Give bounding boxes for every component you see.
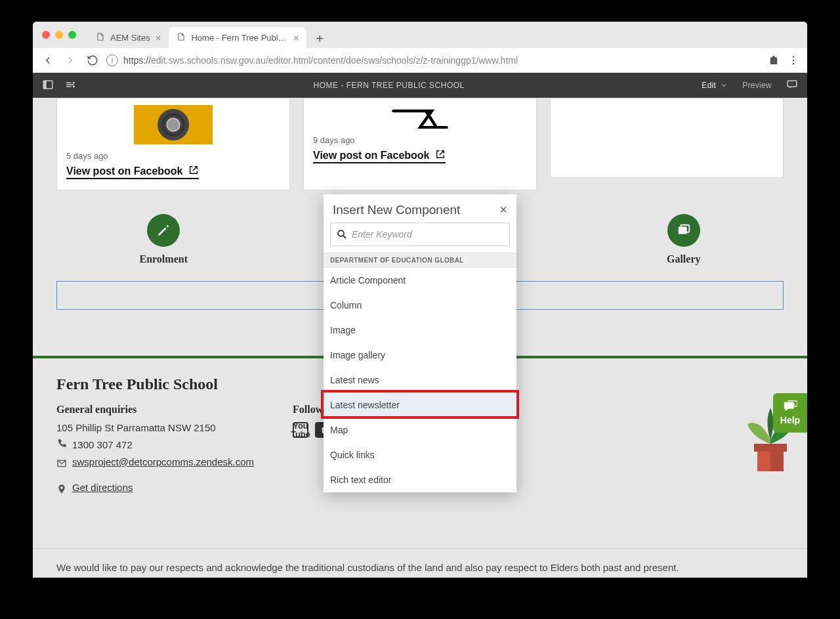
window-zoom-icon[interactable] [68, 31, 76, 39]
quicklink-label: Gallery [667, 253, 701, 265]
link-label: View post on Facebook [66, 165, 183, 177]
aem-editor-bar: HOME - FERN TREE PUBLIC SCHOOL Edit Prev… [33, 73, 807, 98]
tab-strip: AEM Sites × Home - Fern Tree Public Scho… [88, 22, 329, 48]
annotate-icon[interactable] [786, 79, 798, 93]
directions-line: Get directions [56, 482, 253, 498]
svg-point-1 [793, 59, 794, 60]
email-icon [56, 458, 67, 471]
enquiries-heading: General enquiries [56, 404, 253, 416]
edit-mode-label: Edit [702, 81, 716, 90]
insert-component-dialog: Insert New Component × DEPARTMENT OF EDU… [324, 194, 516, 492]
search-box[interactable] [330, 223, 510, 246]
tab-label: AEM Sites [110, 33, 150, 43]
file-icon [177, 32, 186, 43]
close-icon[interactable]: × [156, 32, 161, 43]
file-icon [96, 32, 105, 43]
component-item-latest-newsletter[interactable]: Latest newsletter [324, 393, 516, 417]
profile-icon[interactable] [766, 53, 781, 68]
card-age: 9 days ago [313, 135, 527, 145]
address-text: 105 Phillip St Parramatta NSW 2150 [56, 422, 253, 433]
svg-point-6 [73, 85, 75, 87]
component-item-image-gallery[interactable]: Image gallery [324, 343, 516, 368]
quicklink-label: Enrolment [139, 253, 187, 265]
component-item-column[interactable]: Column [324, 293, 516, 318]
svg-rect-10 [754, 444, 787, 452]
svg-point-5 [73, 81, 75, 83]
search-icon [336, 228, 348, 240]
svg-point-0 [793, 56, 794, 57]
phone-number: 1300 307 472 [72, 439, 133, 450]
tab-label: Home - Fern Tree Public Schoo [191, 33, 287, 43]
editor-viewport: 5 days ago View post on Facebook 9 days … [33, 98, 807, 578]
acknowledgement-text: We would like to pay our respects and ac… [33, 548, 807, 578]
pencil-icon [156, 223, 171, 238]
close-icon[interactable]: × [293, 32, 299, 43]
phone-icon [56, 438, 67, 451]
component-item-image[interactable]: Image [324, 318, 516, 343]
picture-icon [677, 223, 691, 238]
window-minimize-icon[interactable] [55, 31, 63, 39]
window-close-icon[interactable] [42, 31, 50, 39]
facebook-card-3[interactable] [550, 98, 784, 178]
url-field[interactable]: i https://edit.sws.schools.nsw.gov.au/ed… [106, 54, 761, 66]
quicklink-enrolment[interactable]: Enrolment [139, 214, 187, 265]
url-path: /editor.html/content/doe/sws/schools/z/z… [266, 55, 518, 66]
external-link-icon [435, 149, 446, 162]
toggle-side-panel-icon[interactable] [42, 79, 54, 93]
facebook-card-1[interactable]: 5 days ago View post on Facebook [56, 98, 290, 190]
svg-point-2 [793, 63, 794, 64]
search-input[interactable] [352, 229, 504, 240]
browser-window: AEM Sites × Home - Fern Tree Public Scho… [33, 22, 807, 578]
component-item-quick-links[interactable]: Quick links [324, 442, 516, 467]
component-item-map[interactable]: Map [324, 417, 516, 442]
tab-aem-sites[interactable]: AEM Sites × [88, 27, 169, 48]
phone-line: 1300 307 472 [56, 438, 253, 451]
link-label: View post on Facebook [313, 150, 430, 161]
facebook-card-2[interactable]: 9 days ago View post on Facebook [303, 98, 537, 190]
svg-rect-12 [770, 452, 784, 471]
window-controls [33, 31, 88, 39]
view-post-link[interactable]: View post on Facebook [313, 149, 446, 163]
facebook-cards-row: 5 days ago View post on Facebook 9 days … [33, 98, 807, 190]
email-link[interactable]: swsproject@detcorpcomms.zendesk.com [72, 456, 254, 467]
dialog-title: Insert New Component [333, 203, 460, 217]
component-group-label: DEPARTMENT OF EDUCATION GLOBAL [324, 253, 516, 268]
back-button[interactable] [39, 52, 56, 69]
reload-button[interactable] [84, 52, 101, 69]
component-item-article-component[interactable]: Article Component [324, 268, 516, 293]
steering-wheel-icon [158, 109, 189, 140]
url-scheme: https:// [123, 55, 151, 66]
help-label: Help [780, 415, 800, 425]
quicklink-gallery[interactable]: Gallery [667, 214, 701, 265]
card-image [134, 105, 213, 144]
kebab-menu-icon[interactable] [786, 53, 801, 68]
view-post-link[interactable]: View post on Facebook [66, 165, 199, 179]
url-host: edit.sws.schools.nsw.gov.au [151, 55, 266, 66]
new-tab-button[interactable]: + [310, 30, 329, 48]
svg-rect-7 [788, 81, 797, 87]
forward-button[interactable] [62, 52, 79, 69]
address-bar: i https://edit.sws.schools.nsw.gov.au/ed… [33, 48, 807, 73]
titlebar: AEM Sites × Home - Fern Tree Public Scho… [33, 22, 807, 48]
youtube-icon[interactable]: YouTube [293, 422, 308, 438]
preview-button[interactable]: Preview [742, 81, 772, 90]
component-list: Article ComponentColumnImageImage galler… [324, 268, 516, 492]
email-line: swsproject@detcorpcomms.zendesk.com [56, 456, 253, 473]
component-item-rich-text-editor[interactable]: Rich text editor [324, 467, 516, 492]
tab-home-ferntree[interactable]: Home - Fern Tree Public Schoo × [169, 27, 306, 48]
map-pin-icon [56, 484, 67, 496]
component-item-latest-news[interactable]: Latest news [324, 368, 516, 393]
close-icon[interactable]: × [499, 202, 507, 217]
page-info-icon[interactable] [64, 79, 76, 93]
card-age: 5 days ago [66, 151, 280, 161]
svg-rect-4 [43, 81, 47, 89]
external-link-icon [188, 165, 199, 178]
info-icon[interactable]: i [106, 54, 118, 66]
card-image [313, 105, 527, 129]
directions-link[interactable]: Get directions [72, 482, 133, 493]
help-button[interactable]: Help [773, 393, 807, 433]
svg-rect-8 [678, 227, 686, 234]
svg-point-13 [338, 230, 344, 236]
edit-mode-dropdown[interactable]: Edit [702, 81, 728, 90]
aem-page-title: HOME - FERN TREE PUBLIC SCHOOL [76, 81, 702, 90]
